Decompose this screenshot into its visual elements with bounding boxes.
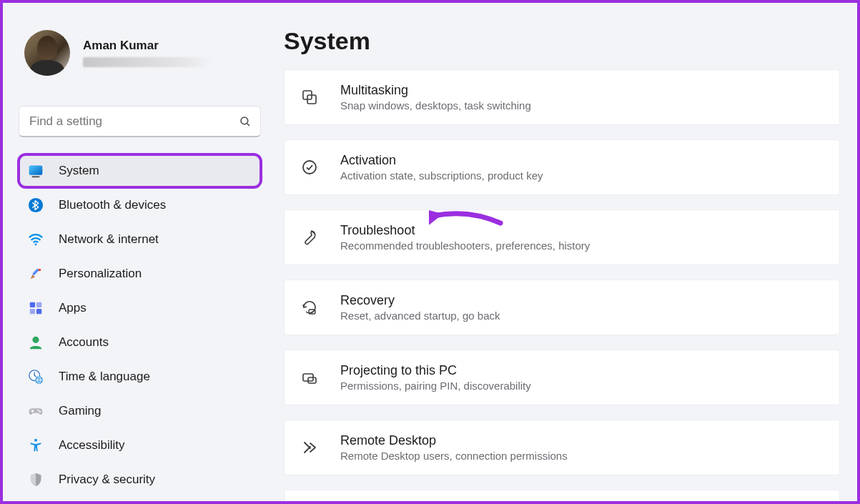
profile-info: Aman Kumar	[83, 39, 212, 67]
settings-card-projecting-to-this-pc[interactable]: Projecting to this PCPermissions, pairin…	[284, 350, 840, 405]
card-title: Multitasking	[340, 83, 531, 98]
sidebar-item-label: Personalization	[59, 267, 142, 281]
profile-block[interactable]: Aman Kumar	[19, 16, 261, 87]
system-icon	[27, 162, 44, 179]
sidebar-panel: Aman Kumar SystemBluetooth & devicesNetw…	[3, 3, 271, 501]
remote-arrows-icon	[300, 438, 319, 457]
svg-point-17	[39, 411, 41, 412]
sidebar-item-label: Bluetooth & devices	[59, 198, 166, 212]
card-desc: Snap windows, desktops, task switching	[340, 99, 531, 112]
sidebar-item-label: Privacy & security	[59, 473, 155, 487]
sidebar-item-label: Apps	[59, 301, 87, 315]
card-desc: Recommended troubleshooters, preferences…	[340, 239, 590, 252]
card-desc: Remote Desktop users, connection permiss…	[340, 450, 568, 462]
project-icon	[300, 368, 319, 387]
multitasking-icon	[300, 88, 319, 107]
sidebar-item-label: Network & internet	[59, 232, 159, 247]
settings-card-multitasking[interactable]: MultitaskingSnap windows, desktops, task…	[284, 69, 840, 125]
card-title: Activation	[340, 153, 543, 168]
sidebar-item-time-language[interactable]: Time & language	[19, 360, 261, 393]
search-icon[interactable]	[239, 115, 252, 128]
svg-point-21	[303, 161, 316, 174]
apps-icon	[27, 300, 44, 317]
sidebar-item-system[interactable]: System	[19, 154, 261, 187]
card-list: MultitaskingSnap windows, desktops, task…	[284, 69, 840, 501]
settings-card-remote-desktop[interactable]: Remote DesktopRemote Desktop users, conn…	[284, 420, 840, 475]
profile-email-redacted	[83, 57, 212, 67]
bluetooth-icon	[27, 197, 44, 214]
sidebar-item-label: System	[59, 164, 99, 178]
person-icon	[27, 334, 44, 351]
content-area: System MultitaskingSnap windows, desktop…	[271, 3, 857, 501]
check-circle-icon	[300, 158, 319, 177]
shield-icon	[27, 471, 44, 488]
settings-card-clipboard[interactable]: ClipboardCut and copy history, sync, cle…	[284, 490, 840, 501]
svg-rect-9	[30, 302, 35, 307]
paintbrush-icon	[27, 265, 44, 282]
sidebar-item-bluetooth-devices[interactable]: Bluetooth & devices	[19, 189, 261, 222]
svg-rect-10	[36, 302, 41, 307]
recovery-icon	[300, 298, 319, 317]
card-title: Recovery	[340, 293, 500, 308]
card-desc: Activation state, subscriptions, product…	[340, 169, 543, 182]
svg-point-8	[39, 269, 41, 272]
svg-rect-4	[32, 176, 40, 177]
clock-globe-icon	[27, 368, 44, 385]
wifi-icon	[27, 231, 44, 248]
sidebar-nav: SystemBluetooth & devicesNetwork & inter…	[19, 154, 261, 496]
sidebar-item-label: Gaming	[59, 404, 102, 418]
svg-line-1	[247, 123, 249, 126]
card-desc: Reset, advanced startup, go back	[340, 310, 500, 322]
accessibility-icon	[27, 437, 44, 454]
svg-point-0	[241, 117, 248, 124]
settings-card-troubleshoot[interactable]: TroubleshootRecommended troubleshooters,…	[284, 209, 840, 265]
svg-rect-12	[36, 309, 41, 314]
sidebar-item-personalization[interactable]: Personalization	[19, 257, 261, 290]
settings-card-activation[interactable]: ActivationActivation state, subscription…	[284, 139, 840, 195]
settings-card-recovery[interactable]: RecoveryReset, advanced startup, go back	[284, 280, 840, 335]
sidebar-item-label: Accounts	[59, 335, 109, 350]
sidebar-item-network-internet[interactable]: Network & internet	[19, 223, 261, 256]
svg-rect-11	[30, 309, 35, 314]
card-desc: Permissions, pairing PIN, discoverabilit…	[340, 380, 531, 392]
wrench-icon	[300, 228, 319, 247]
sidebar-item-label: Time & language	[59, 370, 150, 384]
card-title: Projecting to this PC	[340, 363, 531, 378]
search-box[interactable]	[19, 106, 261, 137]
svg-point-18	[34, 439, 37, 442]
svg-rect-24	[308, 377, 316, 383]
sidebar-item-gaming[interactable]: Gaming	[19, 395, 261, 428]
sidebar-item-apps[interactable]: Apps	[19, 292, 261, 325]
svg-point-16	[37, 410, 39, 411]
svg-rect-3	[29, 166, 42, 175]
card-title: Remote Desktop	[340, 433, 568, 448]
svg-rect-7	[32, 268, 39, 275]
card-title: Troubleshoot	[340, 223, 590, 238]
sidebar-item-privacy-security[interactable]: Privacy & security	[19, 463, 261, 496]
sidebar-item-label: Accessibility	[59, 438, 125, 453]
page-title: System	[284, 27, 840, 55]
search-input[interactable]	[29, 114, 229, 129]
sidebar-item-accessibility[interactable]: Accessibility	[19, 429, 261, 462]
svg-point-13	[32, 337, 39, 343]
gamepad-icon	[27, 402, 44, 420]
sidebar-item-accounts[interactable]: Accounts	[19, 326, 261, 359]
svg-point-6	[35, 243, 37, 245]
avatar	[24, 30, 70, 76]
profile-name: Aman Kumar	[83, 39, 212, 53]
